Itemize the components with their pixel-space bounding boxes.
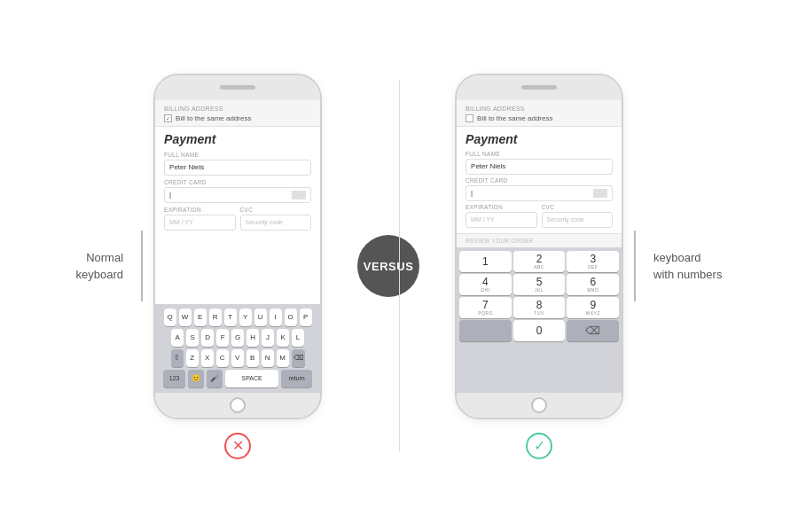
left-card-icon [292, 191, 306, 200]
right-status-icon: ✓ [526, 433, 552, 459]
left-billing-checkbox[interactable] [164, 114, 172, 122]
numkey-3[interactable]: 3 DEF [567, 251, 619, 272]
left-phone-wrapper: BILLING ADDRESS Bill to the same address… [153, 74, 322, 459]
left-phone-content: BILLING ADDRESS Bill to the same address… [155, 100, 320, 393]
right-billing-text: Bill to the same address [477, 114, 552, 122]
key-r[interactable]: R [209, 309, 222, 326]
right-card-icon [593, 189, 607, 198]
left-cvc-label: CVC [240, 207, 312, 213]
key-b[interactable]: B [246, 349, 259, 367]
numkey-9[interactable]: 9 WXYZ [567, 297, 619, 318]
right-keyboard[interactable]: 1 2 ABC 3 DEF [457, 247, 622, 393]
right-expiry-cvc-row: EXPIRATION MM / YY CVC Security code [466, 204, 613, 228]
numkey-0[interactable]: 0 [513, 320, 566, 341]
right-group: BILLING ADDRESS Bill to the same address… [455, 74, 722, 459]
key-delete[interactable]: ⌫ [292, 349, 305, 367]
left-label: Normal keyboard [76, 249, 123, 284]
main-container: Normal keyboard BILLING ADDRESS [0, 0, 798, 532]
left-payment-section: Payment FULL NAME Peter Niels CREDIT CAR… [155, 127, 320, 304]
keyboard-row-2: A S D F G H J K L [158, 329, 317, 347]
key-i[interactable]: I [270, 309, 282, 326]
numkey-8[interactable]: 8 TUV [513, 297, 566, 318]
left-phone-bottom-bar [155, 393, 320, 418]
left-billing-row: Bill to the same address [164, 114, 311, 122]
numkey-5[interactable]: 5 JKL [513, 274, 566, 295]
key-w[interactable]: W [179, 309, 192, 326]
key-c[interactable]: C [216, 349, 229, 367]
right-cvc-input[interactable]: Security code [542, 212, 614, 228]
key-shift[interactable]: ⇧ [171, 349, 184, 367]
key-q[interactable]: Q [164, 309, 176, 326]
left-card-label: CREDIT CARD [164, 179, 311, 185]
right-fullname-input[interactable]: Peter Niels [466, 159, 613, 175]
right-expiry-input[interactable]: MM / YY [466, 212, 537, 228]
key-m[interactable]: M [277, 349, 289, 367]
key-t[interactable]: T [224, 309, 237, 326]
keyboard-row-4: 123 😊 🎤 space return [158, 370, 317, 387]
key-o[interactable]: O [285, 309, 297, 326]
key-d[interactable]: D [201, 329, 214, 347]
left-bracket [130, 231, 143, 301]
right-expiry-field: EXPIRATION MM / YY [466, 204, 537, 228]
key-mic[interactable]: 🎤 [207, 370, 223, 387]
right-fullname-label: FULL NAME [466, 151, 613, 157]
key-p[interactable]: P [300, 309, 312, 326]
left-card-input[interactable]: | [164, 187, 311, 203]
numpad-row-3: 7 PQRS 8 TUV 9 WXYZ [459, 297, 619, 318]
left-cvc-input[interactable]: Security code [240, 215, 312, 231]
right-expiry-label: EXPIRATION [466, 204, 537, 210]
right-card-input[interactable]: | [466, 185, 613, 201]
right-phone-home-btn[interactable] [531, 397, 547, 413]
key-l[interactable]: L [292, 329, 304, 347]
left-fullname-field: FULL NAME Peter Niels [164, 152, 311, 176]
left-group: Normal keyboard BILLING ADDRESS [76, 74, 322, 459]
key-j[interactable]: J [262, 329, 274, 347]
keyboard-row-3: ⇧ Z X C V B N M ⌫ [158, 349, 317, 367]
key-a[interactable]: A [171, 329, 184, 347]
divider [399, 80, 400, 452]
key-g[interactable]: G [231, 329, 244, 347]
right-card-field: CREDIT CARD | [466, 177, 613, 201]
key-x[interactable]: X [201, 349, 214, 367]
numpad-row-2: 4 GHI 5 JKL 6 MNO [459, 274, 619, 295]
left-expiry-input[interactable]: MM / YY [164, 215, 236, 231]
left-keyboard: Q W E R T Y U I O P A [155, 304, 320, 393]
right-phone-bottom-bar [457, 393, 622, 418]
left-expiry-cvc-row: EXPIRATION MM / YY CVC Security code [164, 207, 311, 231]
numkey-6[interactable]: 6 MNO [567, 274, 619, 295]
left-phone: BILLING ADDRESS Bill to the same address… [153, 74, 322, 419]
key-emoji[interactable]: 😊 [188, 370, 204, 387]
key-k[interactable]: K [277, 329, 289, 347]
keyboard-row-1: Q W E R T Y U I O P [158, 309, 317, 326]
right-phone-wrapper: BILLING ADDRESS Bill to the same address… [455, 74, 623, 459]
key-s[interactable]: S [186, 329, 199, 347]
numkey-4[interactable]: 4 GHI [459, 274, 512, 295]
left-payment-title: Payment [164, 132, 311, 146]
numkey-empty [459, 320, 512, 341]
left-billing-text: Bill to the same address [176, 114, 251, 122]
left-phone-home-btn[interactable] [230, 397, 246, 413]
numkey-del[interactable]: ⌫ [567, 320, 619, 341]
numkey-7[interactable]: 7 PQRS [459, 297, 512, 318]
key-u[interactable]: U [254, 309, 267, 326]
right-phone-top-bar [457, 75, 622, 100]
right-billing-checkbox[interactable] [466, 114, 473, 122]
key-123[interactable]: 123 [163, 370, 185, 387]
key-n[interactable]: N [262, 349, 274, 367]
numkey-1[interactable]: 1 [459, 251, 512, 272]
key-v[interactable]: V [231, 349, 244, 367]
left-expiry-label: EXPIRATION [164, 207, 236, 213]
key-h[interactable]: H [246, 329, 259, 347]
left-fullname-input[interactable]: Peter Niels [164, 160, 311, 176]
left-phone-speaker [220, 85, 255, 90]
key-space[interactable]: space [225, 370, 278, 387]
left-fullname-label: FULL NAME [164, 152, 311, 158]
key-z[interactable]: Z [186, 349, 199, 367]
numkey-2[interactable]: 2 ABC [513, 251, 566, 272]
left-label-group: Normal keyboard [76, 231, 143, 301]
key-e[interactable]: E [194, 309, 207, 326]
right-label: keyboard with numbers [653, 249, 722, 284]
key-f[interactable]: F [216, 329, 229, 347]
key-return[interactable]: return [281, 370, 312, 387]
key-y[interactable]: Y [239, 309, 252, 326]
